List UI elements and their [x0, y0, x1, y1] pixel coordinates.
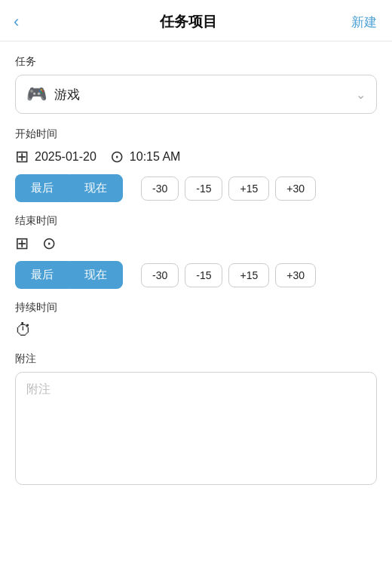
start-adj-minus30[interactable]: -30 — [141, 176, 179, 201]
end-time-label: 结束时间 — [15, 214, 377, 228]
start-date-value: 2025-01-20 — [35, 150, 96, 164]
end-adj-minus30[interactable]: -30 — [141, 263, 179, 287]
start-clock-block[interactable]: ⊙ 10:15 AM — [110, 147, 181, 167]
end-last-now-group: 最后 现在 — [15, 261, 123, 289]
header: ‹ 任务项目 新建 — [0, 0, 392, 41]
task-selector[interactable]: 🎮 游戏 ⌄ — [15, 75, 377, 114]
task-icon: 🎮 — [26, 84, 47, 104]
end-clock-icon: ⊙ — [42, 234, 56, 253]
notes-label: 附注 — [15, 352, 377, 366]
start-adj-plus30[interactable]: +30 — [275, 176, 316, 201]
stopwatch-icon: ⏱ — [15, 321, 32, 340]
task-name: 游戏 — [54, 86, 80, 103]
start-date-block[interactable]: ⊞ 2025-01-20 — [15, 147, 96, 167]
back-button[interactable]: ‹ — [12, 11, 25, 33]
start-time-row: ⊞ 2025-01-20 ⊙ 10:15 AM — [15, 147, 377, 167]
end-adj-plus30[interactable]: +30 — [275, 263, 316, 287]
task-select-left: 🎮 游戏 — [26, 84, 80, 104]
start-adj-minus15[interactable]: -15 — [185, 176, 222, 201]
calendar-icon: ⊞ — [15, 147, 29, 167]
end-action-row: 最后 现在 -30 -15 +15 +30 — [15, 261, 377, 289]
end-calendar-icon: ⊞ — [15, 234, 29, 253]
new-button[interactable]: 新建 — [351, 14, 377, 31]
task-label: 任务 — [15, 55, 377, 69]
end-adj-group: -30 -15 +15 +30 — [141, 263, 316, 287]
notes-section: 附注 — [15, 352, 377, 488]
start-time-value: 10:15 AM — [130, 150, 181, 164]
end-clock-block[interactable]: ⊙ — [42, 234, 56, 253]
end-time-section: 结束时间 ⊞ ⊙ 最后 现在 -30 -15 +15 +30 — [15, 214, 377, 289]
end-adj-plus15[interactable]: +15 — [228, 263, 269, 287]
duration-label: 持续时间 — [15, 301, 377, 315]
start-action-row: 最后 现在 -30 -15 +15 +30 — [15, 174, 377, 202]
end-now-button[interactable]: 现在 — [69, 261, 123, 289]
start-adj-group: -30 -15 +15 +30 — [141, 176, 316, 201]
notes-input[interactable] — [15, 372, 377, 485]
end-last-button[interactable]: 最后 — [15, 261, 69, 289]
start-time-label: 开始时间 — [15, 127, 377, 141]
start-now-button[interactable]: 现在 — [69, 174, 123, 202]
duration-section: 持续时间 ⏱ — [15, 301, 377, 340]
clock-icon: ⊙ — [110, 147, 124, 167]
end-time-row: ⊞ ⊙ — [15, 234, 377, 253]
chevron-down-icon: ⌄ — [356, 87, 366, 102]
page-title: 任务项目 — [160, 12, 217, 32]
content: 任务 🎮 游戏 ⌄ 开始时间 ⊞ 2025-01-20 ⊙ 10:15 AM 最… — [0, 41, 392, 503]
start-time-section: 开始时间 ⊞ 2025-01-20 ⊙ 10:15 AM 最后 现在 -30 -… — [15, 127, 377, 202]
stopwatch-row: ⏱ — [15, 321, 377, 340]
end-date-block[interactable]: ⊞ — [15, 234, 29, 253]
end-adj-minus15[interactable]: -15 — [185, 263, 222, 287]
start-last-now-group: 最后 现在 — [15, 174, 123, 202]
start-adj-plus15[interactable]: +15 — [228, 176, 269, 201]
start-last-button[interactable]: 最后 — [15, 174, 69, 202]
